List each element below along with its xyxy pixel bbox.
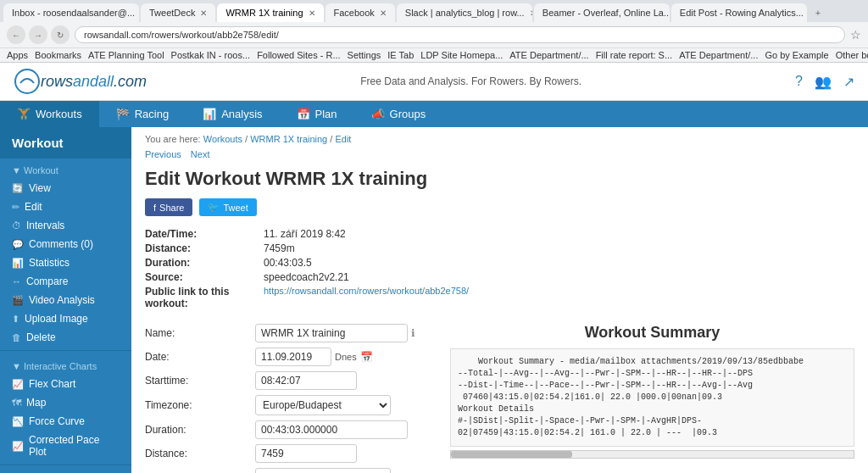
flex-icon: 📈: [12, 379, 24, 390]
breadcrumb-workouts[interactable]: Workouts: [203, 134, 242, 144]
sidebar-item-map[interactable]: 🗺 Map: [0, 393, 131, 412]
content-area: Workout ▼ Workout 🔄 View ✏ Edit ⏱ Interv…: [0, 127, 868, 473]
bookmark-ate[interactable]: ATE Planning Tool: [88, 50, 164, 60]
twitter-icon: 🐦: [208, 202, 220, 213]
nav-workouts[interactable]: 🏋 Workouts: [0, 101, 99, 127]
intervals-icon: ⏱: [12, 220, 21, 231]
video-icon: 🎬: [12, 295, 24, 306]
bookmark-postkak[interactable]: Postkak IN - roos...: [171, 50, 251, 60]
sidebar-item-intervals[interactable]: ⏱ Intervals: [0, 216, 131, 235]
bookmark-ate3[interactable]: ATE Department/...: [679, 50, 758, 60]
form-row-starttime: Starttime:: [145, 371, 416, 390]
svg-point-0: [15, 70, 39, 93]
next-link[interactable]: Next: [191, 149, 210, 159]
bookmark-ietab[interactable]: IE Tab: [387, 50, 414, 60]
close-icon[interactable]: ✕: [309, 8, 315, 18]
sidebar-section-static[interactable]: ▼ Static Charts: [0, 469, 131, 473]
upload-icon: ⬆: [12, 314, 19, 325]
url-bar[interactable]: rowsandall.com/rowers/workout/abb2e758/e…: [75, 26, 845, 43]
sidebar-item-video[interactable]: 🎬 Video Analysis: [0, 291, 131, 309]
bookmark-ate2[interactable]: ATE Department/...: [509, 50, 588, 60]
tab-tweetdeck[interactable]: TweetDeck ✕: [141, 3, 215, 22]
bookmark-fillrate[interactable]: Fill rate report: S...: [596, 50, 672, 60]
sidebar-section-interactive[interactable]: ▼ Interactive Charts: [0, 354, 131, 375]
nav-buttons: ← → ↻: [7, 25, 70, 44]
info-left: Date/Time: 11. září 2019 8:42 Distance: …: [145, 228, 469, 312]
summary-scrollbar[interactable]: [450, 450, 854, 459]
date-input[interactable]: [255, 348, 331, 366]
name-input[interactable]: [255, 324, 408, 342]
summary-text: Workout Summary - media/mailbox attachme…: [450, 348, 854, 447]
breadcrumb-nav: Previous Next: [145, 149, 854, 159]
sidebar-item-flex[interactable]: 📈 Flex Chart: [0, 375, 131, 393]
compare-icon: ↔: [12, 276, 21, 287]
map-icon: 🗺: [12, 398, 21, 408]
tab-facebook[interactable]: Facebook ✕: [326, 3, 395, 22]
breadcrumb-edit[interactable]: Edit: [335, 134, 351, 144]
twitter-tweet-button[interactable]: 🐦 Tweet: [199, 198, 256, 216]
duration-input[interactable]: [255, 420, 408, 439]
sidebar-item-statistics[interactable]: 📊 Statistics: [0, 253, 131, 272]
close-icon[interactable]: ✕: [200, 8, 207, 18]
tab-inbox[interactable]: Inbox - roosendaalsander@... ✕: [3, 3, 139, 22]
breadcrumb-wrmr[interactable]: WRMR 1X training: [250, 134, 327, 144]
tab-wrmr[interactable]: WRMR 1X training ✕: [217, 3, 323, 22]
bookmark-bookmarks[interactable]: Bookmarks: [35, 50, 81, 60]
sidebar-item-edit[interactable]: ✏ Edit: [0, 198, 131, 216]
form-left: Name: ℹ Date: Dnes 📅 Starttime:: [145, 324, 416, 473]
bookmark-other[interactable]: Other bookmarks: [836, 50, 868, 60]
calendar-icon[interactable]: 📅: [360, 351, 373, 363]
help-icon[interactable]: ?: [795, 74, 803, 89]
logo-icon: [14, 68, 41, 95]
sidebar-item-upload[interactable]: ⬆ Upload Image: [0, 309, 131, 328]
distance-input[interactable]: [255, 444, 357, 463]
prev-link[interactable]: Previous: [145, 149, 181, 159]
sidebar-section-workout[interactable]: ▼ Workout: [0, 159, 131, 179]
bookmark-settings[interactable]: Settings: [348, 50, 381, 60]
logo[interactable]: rowsandall.com: [14, 68, 147, 95]
bookmark-ldp[interactable]: LDP Site Homepa...: [420, 50, 503, 60]
tab-slack[interactable]: Slack | analytics_blog | row... ✕: [397, 3, 532, 22]
sidebar-item-view[interactable]: 🔄 View: [0, 179, 131, 198]
new-tab-button[interactable]: +: [809, 3, 827, 22]
bookmark-followed[interactable]: Followed Sites - R...: [257, 50, 340, 60]
facebook-share-button[interactable]: f Share: [145, 198, 192, 216]
sidebar-item-force[interactable]: 📉 Force Curve: [0, 412, 131, 431]
form-row-date: Date: Dnes 📅: [145, 348, 416, 366]
delete-icon: 🗑: [12, 332, 21, 342]
exercise-select[interactable]: Standard Racing Shell: [255, 468, 391, 473]
sidebar-item-delete[interactable]: 🗑 Delete: [0, 328, 131, 347]
bookmark-goby[interactable]: Go by Example: [765, 50, 828, 60]
plan-icon: 📅: [297, 108, 310, 120]
users-icon[interactable]: 👥: [815, 74, 832, 90]
close-icon[interactable]: ✕: [530, 8, 532, 18]
nav-racing[interactable]: 🏁 Racing: [99, 101, 186, 127]
header-icons: ? 👥 ↗: [795, 74, 854, 90]
sidebar-item-compare[interactable]: ↔ Compare: [0, 272, 131, 291]
sidebar-item-comments[interactable]: 💬 Comments (0): [0, 235, 131, 253]
page-title: Edit Workout WRMR 1X training: [145, 168, 854, 190]
form-row-name: Name: ℹ: [145, 324, 416, 342]
name-info-icon[interactable]: ℹ: [411, 327, 415, 339]
timezone-select[interactable]: Europe/Budapest: [255, 395, 391, 415]
starttime-input[interactable]: [255, 371, 357, 390]
tab-beamer[interactable]: Beamer - Overleaf, Online La... ✕: [534, 3, 670, 22]
nav-analysis[interactable]: 📊 Analysis: [186, 101, 279, 127]
back-button[interactable]: ←: [7, 25, 25, 44]
sidebar-item-pace[interactable]: 📈 Corrected Pace Plot: [0, 431, 131, 461]
share-icon[interactable]: ↗: [843, 74, 854, 90]
nav-groups[interactable]: 📣 Groups: [354, 101, 443, 127]
forward-button[interactable]: →: [29, 25, 47, 44]
close-icon[interactable]: ✕: [380, 8, 387, 18]
reload-button[interactable]: ↻: [51, 25, 70, 44]
bookmark-icon[interactable]: ☆: [850, 28, 861, 42]
bookmark-apps[interactable]: Apps: [7, 50, 28, 60]
nav-plan[interactable]: 📅 Plan: [280, 101, 354, 127]
info-datetime: Date/Time: 11. září 2019 8:42: [145, 228, 469, 240]
tab-edit-post[interactable]: Edit Post - Rowing Analytics... ✕: [671, 3, 807, 22]
form-row-distance: Distance:: [145, 444, 416, 463]
public-link[interactable]: https://rowsandall.com/rowers/workout/ab…: [264, 286, 469, 309]
summary-scrollbar-thumb[interactable]: [451, 451, 572, 458]
bookmarks-bar: Apps Bookmarks ATE Planning Tool Postkak…: [0, 47, 868, 62]
sidebar: Workout ▼ Workout 🔄 View ✏ Edit ⏱ Interv…: [0, 127, 131, 473]
